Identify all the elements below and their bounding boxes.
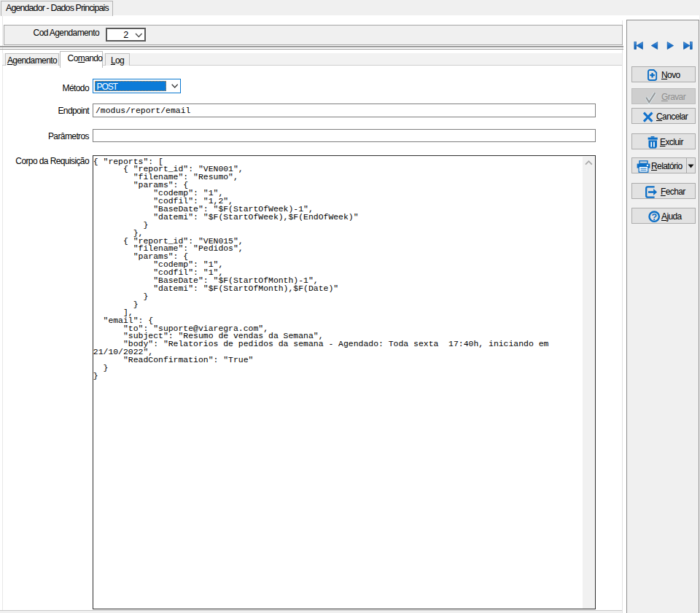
svg-text:?: ? [651,211,657,222]
